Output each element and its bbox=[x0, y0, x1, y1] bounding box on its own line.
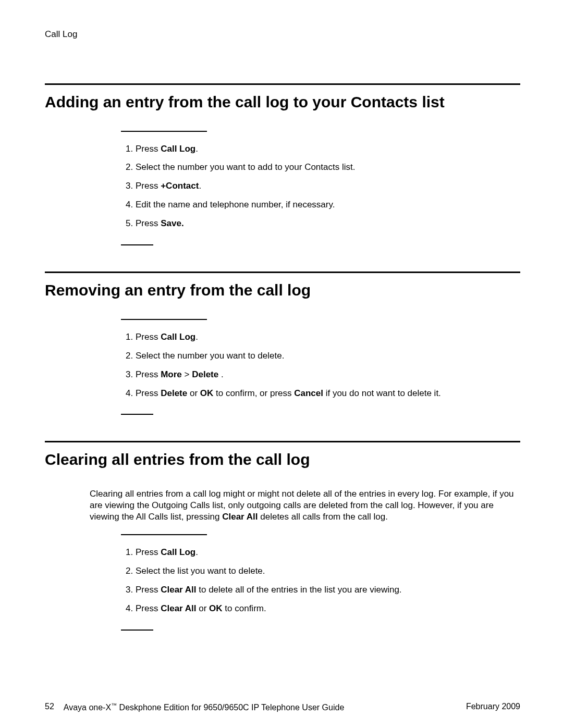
page-number: 52 bbox=[45, 702, 54, 712]
section: Clearing all entries from the call logCl… bbox=[45, 441, 520, 631]
step-item: Select the number you want to delete. bbox=[136, 350, 520, 362]
step-item: Press More > Delete . bbox=[136, 369, 520, 381]
section: Adding an entry from the call log to you… bbox=[45, 83, 520, 245]
step-item: Edit the name and telephone number, if n… bbox=[136, 199, 520, 211]
step-item: Press Clear All or OK to confirm. bbox=[136, 603, 520, 615]
steps-rule-bottom bbox=[121, 244, 153, 245]
step-item: Press Call Log. bbox=[136, 547, 520, 559]
section-heading: Clearing all entries from the call log bbox=[45, 450, 520, 470]
step-item: Select the list you want to delete. bbox=[136, 565, 520, 577]
step-item: Press Call Log. bbox=[136, 331, 520, 343]
step-item: Press Call Log. bbox=[136, 143, 520, 155]
page: Call Log Adding an entry from the call l… bbox=[0, 0, 563, 728]
step-item: Press +Contact. bbox=[136, 180, 520, 192]
section-rule bbox=[45, 272, 520, 273]
steps-block: Press Call Log.Select the list you want … bbox=[121, 534, 520, 631]
section-heading: Adding an entry from the call log to you… bbox=[45, 92, 520, 112]
section-rule bbox=[45, 441, 520, 442]
steps-rule-top bbox=[121, 319, 207, 320]
section-intro: Clearing all entries from a call log mig… bbox=[45, 488, 520, 523]
footer-date: February 2009 bbox=[466, 702, 520, 711]
step-item: Select the number you want to add to you… bbox=[136, 162, 520, 174]
section-heading: Removing an entry from the call log bbox=[45, 280, 520, 300]
steps-rule-top bbox=[121, 534, 207, 535]
running-head: Call Log bbox=[45, 29, 520, 40]
section: Removing an entry from the call logPress… bbox=[45, 272, 520, 415]
steps-block: Press Call Log.Select the number you wan… bbox=[121, 131, 520, 246]
page-footer: 52 Avaya one-X™ Deskphone Edition for 96… bbox=[45, 702, 520, 712]
section-rule bbox=[45, 83, 520, 85]
steps-list: Press Call Log.Select the number you wan… bbox=[121, 143, 520, 230]
step-item: Press Clear All to delete all of the ent… bbox=[136, 584, 520, 596]
steps-rule-bottom bbox=[121, 414, 153, 415]
doc-title: Avaya one-X™ Deskphone Edition for 9650/… bbox=[64, 702, 344, 712]
steps-rule-bottom bbox=[121, 630, 153, 631]
steps-block: Press Call Log.Select the number you wan… bbox=[121, 319, 520, 415]
steps-list: Press Call Log.Select the number you wan… bbox=[121, 331, 520, 400]
steps-list: Press Call Log.Select the list you want … bbox=[121, 547, 520, 615]
sections-container: Adding an entry from the call log to you… bbox=[45, 83, 520, 631]
steps-rule-top bbox=[121, 131, 207, 132]
step-item: Press Save. bbox=[136, 218, 520, 230]
step-item: Press Delete or OK to confirm, or press … bbox=[136, 388, 520, 400]
